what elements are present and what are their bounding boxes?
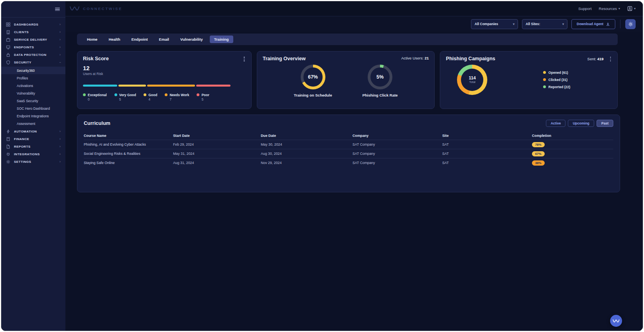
- tab-email[interactable]: Email: [155, 36, 173, 43]
- sidebar-item-clients[interactable]: CLIENTS ›: [1, 28, 65, 36]
- chevron-right-icon: ›: [59, 160, 61, 164]
- sent-metric: Sent: 419: [587, 57, 604, 61]
- legend-dot: [543, 71, 546, 74]
- sidebar-subitem-activations[interactable]: Activations: [1, 82, 65, 89]
- sidebar-item-reports[interactable]: REPORTS ›: [1, 143, 65, 150]
- resources-label: Resources: [599, 6, 617, 11]
- legend-dot: [144, 93, 146, 96]
- column-header-start-date: Start Date: [173, 134, 261, 138]
- card-title: Risk Score: [83, 56, 109, 61]
- cell-due-date: Aug 30, 2024: [261, 152, 353, 156]
- sidebar-subitem-endpoint-integrations[interactable]: Endpoint Integrations: [1, 112, 65, 120]
- top-nav: Support Resources▾ ▾: [578, 6, 636, 11]
- column-header-completion: Completion: [532, 134, 613, 138]
- legend-dot: [165, 93, 167, 96]
- cell-start-date: May 31, 2024: [173, 152, 261, 156]
- sidebar-item-settings[interactable]: SETTINGS ›: [1, 158, 65, 166]
- companies-dropdown-value: All Companies: [475, 22, 498, 26]
- sidebar-item-endpoints[interactable]: ENDPOINTS ›: [1, 43, 65, 51]
- legend-count: 0: [83, 97, 107, 101]
- tab-endpoint[interactable]: Endpoint: [127, 36, 152, 43]
- subitem-label: SOC Hero Dashboard: [17, 107, 50, 111]
- download-agent-button[interactable]: Download Agent: [571, 19, 615, 29]
- tab-health[interactable]: Health: [104, 36, 124, 43]
- curriculum-title: Curriculum: [84, 121, 110, 126]
- top-bar: CONNECTWISE Support Resources▾ ▾: [65, 1, 643, 16]
- legend-item-needs-work: Needs Work 7: [165, 93, 189, 101]
- connectwise-logo-icon: [69, 6, 80, 12]
- main-content: Home Health Endpoint Email Vulnerability…: [65, 32, 643, 331]
- chevron-right-icon: ›: [59, 45, 61, 49]
- kebab-menu-icon[interactable]: [609, 56, 612, 62]
- kebab-menu-icon[interactable]: [243, 56, 246, 62]
- legend-dot: [114, 93, 117, 96]
- sidebar-item-label: AUTOMATION: [14, 130, 59, 133]
- sidebar-item-finance[interactable]: FINANCE ›: [1, 135, 65, 143]
- phishing-click-rate-donut-group: 5% Phishing Click Rate: [362, 65, 398, 97]
- chevron-down-icon: ▾: [562, 22, 564, 26]
- cell-due-date: May 30, 2024: [261, 142, 353, 146]
- cell-site: SAT: [442, 161, 532, 165]
- column-header-due-date: Due Date: [261, 134, 353, 138]
- phishing-campaigns-donut: 114 Total: [457, 65, 487, 95]
- filter-past-button[interactable]: Past: [597, 120, 613, 127]
- companies-dropdown[interactable]: All Companies ▾: [471, 19, 518, 29]
- support-link[interactable]: Support: [578, 6, 591, 11]
- sidebar-item-integrations[interactable]: INTEGRATIONS ›: [1, 150, 65, 158]
- card-title: Phishing Campaigns: [446, 56, 495, 61]
- filter-bar: All Companies ▾ All Sites: ▾ Download Ag…: [65, 16, 643, 32]
- table-row[interactable]: Phishing, AI and Evolving Cyber Attacks …: [84, 140, 613, 149]
- legend-item-clicked: Clicked (31): [543, 78, 570, 82]
- sidebar-item-dashboards[interactable]: DASHBOARDS ›: [1, 21, 65, 28]
- sidebar-item-automation[interactable]: AUTOMATION ›: [1, 128, 65, 135]
- filter-upcoming-button[interactable]: Upcoming: [568, 120, 594, 127]
- curriculum-filters: Active Upcoming Past: [546, 120, 613, 127]
- sidebar-subitem-profiles[interactable]: Profiles: [1, 74, 65, 82]
- sidebar-nav: DASHBOARDS › CLIENTS › SERVICE DELIVERY …: [1, 18, 65, 166]
- endpoints-icon: [6, 45, 11, 50]
- phishing-click-rate-donut: 5%: [368, 65, 392, 89]
- sidebar-item-security[interactable]: SECURITY ›: [1, 59, 65, 66]
- settings-button[interactable]: [625, 19, 636, 29]
- completion-badge: 78%: [532, 142, 545, 147]
- user-menu[interactable]: ▾: [627, 6, 636, 11]
- legend-count: 5: [114, 97, 136, 101]
- sidebar-item-service-delivery[interactable]: SERVICE DELIVERY ›: [1, 36, 65, 43]
- table-row[interactable]: Social Engineering Risks & Realities May…: [84, 149, 613, 158]
- tab-home[interactable]: Home: [83, 36, 102, 43]
- divider: [620, 20, 620, 28]
- collapse-menu-icon[interactable]: [55, 8, 60, 11]
- sidebar-item-label: REPORTS: [14, 145, 59, 148]
- brand: CONNECTWISE: [69, 6, 122, 12]
- sidebar-subitem-security360[interactable]: Security360: [1, 67, 65, 74]
- legend-label: Reported (22): [548, 85, 570, 89]
- gear-icon: [628, 22, 633, 27]
- sidebar-subitem-assessment[interactable]: Assessment: [1, 120, 65, 127]
- resources-menu[interactable]: Resources▾: [599, 6, 620, 11]
- subitem-label: Profiles: [17, 76, 28, 80]
- sidebar-item-data-protection[interactable]: DATA PROTECTION ›: [1, 51, 65, 59]
- cell-site: SAT: [442, 152, 532, 156]
- sidebar-subitem-saas-security[interactable]: SaaS Security: [1, 97, 65, 105]
- chat-fab-button[interactable]: [610, 315, 622, 327]
- service-delivery-icon: [6, 38, 11, 42]
- legend-label: Exceptional: [88, 93, 107, 97]
- legend-item-good: Good 4: [144, 93, 157, 101]
- filter-active-button[interactable]: Active: [546, 120, 566, 127]
- tab-vulnerability[interactable]: Vulnerability: [176, 36, 207, 43]
- support-label: Support: [578, 6, 591, 11]
- tab-training[interactable]: Training: [210, 36, 233, 43]
- automation-icon: [6, 129, 11, 134]
- reports-icon: [6, 144, 11, 149]
- training-on-schedule-donut: 67%: [301, 65, 325, 89]
- user-icon: [627, 6, 632, 11]
- subitem-label: Security360: [17, 69, 35, 73]
- sidebar-item-label: FINANCE: [14, 137, 59, 141]
- sidebar-subitem-vulnerability[interactable]: Vulnerability: [1, 89, 65, 97]
- chevron-right-icon: ›: [59, 130, 61, 133]
- sites-dropdown[interactable]: All Sites: ▾: [522, 19, 567, 29]
- sites-dropdown-value: All Sites:: [526, 22, 540, 26]
- table-row[interactable]: Staying Safe Online Aug 31, 2024 Nov 29,…: [84, 158, 613, 167]
- sidebar-subitem-soc-hero-dashboard[interactable]: SOC Hero Dashboard: [1, 105, 65, 112]
- sidebar-item-label: CLIENTS: [14, 30, 59, 34]
